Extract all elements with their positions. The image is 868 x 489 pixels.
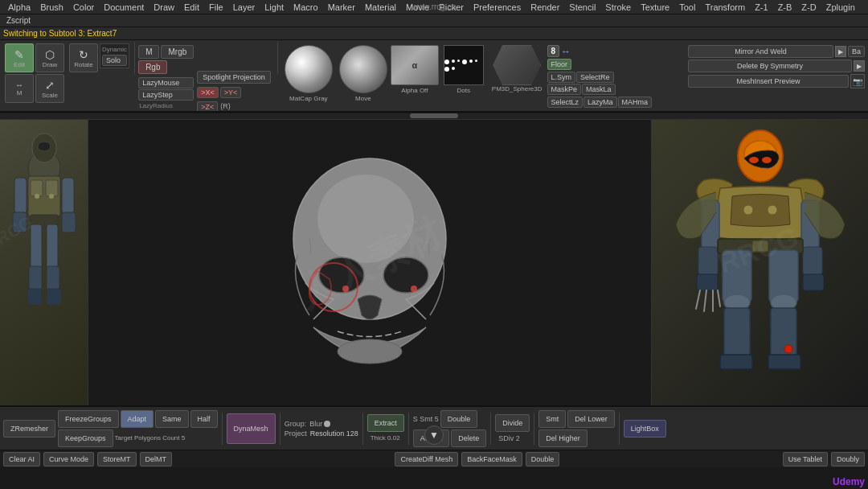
mahma-button[interactable]: MAHma: [618, 97, 653, 108]
z-axis-button[interactable]: >Z<: [197, 101, 218, 113]
svg-point-18: [49, 194, 54, 199]
double-button[interactable]: Double: [440, 410, 478, 428]
menu-z1[interactable]: Z-1: [750, 2, 773, 12]
selectlz-button[interactable]: SelectLz: [547, 97, 583, 108]
double-status-button[interactable]: Double: [526, 452, 560, 466]
m-mode-button[interactable]: M: [138, 45, 159, 59]
zremesher-button[interactable]: ZRemesher: [3, 420, 55, 438]
move-button[interactable]: ↔ M: [5, 74, 34, 103]
menu-draw[interactable]: Draw: [149, 2, 179, 12]
delete-symmetry-button[interactable]: Delete By Symmetry: [688, 60, 852, 72]
floor-button[interactable]: Floor: [547, 59, 572, 70]
smt-button[interactable]: Smt: [538, 410, 566, 428]
keep-groups-button[interactable]: KeepGroups: [58, 429, 113, 447]
del-higher-button[interactable]: Del Higher: [538, 429, 588, 447]
delete-symmetry-expand[interactable]: ▶: [854, 60, 865, 72]
draw-button[interactable]: ⬡ Draw: [35, 43, 64, 72]
center-viewport[interactable]: RRCG: [88, 120, 651, 405]
dot-6: [475, 60, 477, 62]
menu-tool[interactable]: Tool: [674, 2, 700, 12]
toolbar: ✎ Edit ⬡ Draw ↔ M ⤢ Scale ↻ Rotate: [0, 40, 868, 113]
alpha-off-preview[interactable]: α: [391, 45, 439, 85]
adapt-button[interactable]: Adapt: [121, 410, 154, 428]
svg-rect-5: [46, 180, 58, 196]
alpha-sphere[interactable]: [339, 45, 387, 93]
divider-1: [134, 42, 135, 74]
mirror-weld-button[interactable]: Mirror And Weld: [688, 45, 833, 58]
scroll-bar[interactable]: [0, 113, 868, 120]
rotate-button[interactable]: ↻ Rotate: [69, 43, 98, 72]
delete-button[interactable]: Delete: [451, 429, 486, 447]
doubly-button[interactable]: Doubly: [831, 452, 865, 466]
y-axis-button[interactable]: >Y<: [220, 87, 242, 98]
blur-dot-icon: [324, 421, 330, 427]
mrgb-mode-button[interactable]: Mrgb: [161, 45, 194, 59]
menu-layer[interactable]: Layer: [228, 2, 260, 12]
lightbox-button[interactable]: LightBox: [624, 420, 666, 438]
menu-stroke[interactable]: Stroke: [600, 2, 636, 12]
camera-icon[interactable]: 📷: [850, 74, 865, 88]
delmt-button[interactable]: DelMT: [140, 452, 173, 466]
dynamesh-button[interactable]: DynaMesh: [227, 413, 276, 444]
creatediff-button[interactable]: CreateDiff Mesh: [395, 452, 458, 466]
stroke-preview[interactable]: [444, 45, 484, 85]
mirror-weld-expand[interactable]: ▶: [835, 46, 846, 57]
menu-color[interactable]: Color: [68, 2, 99, 12]
selectr-button[interactable]: SelectRe: [576, 72, 614, 83]
menu-stencil[interactable]: Stencil: [564, 2, 600, 12]
use-tablet-button[interactable]: Use Tablet: [783, 452, 828, 466]
storemt-button[interactable]: StoreMT: [97, 452, 137, 466]
freeze-groups-button[interactable]: FreezeGroups: [58, 410, 119, 428]
matcap-sphere[interactable]: [285, 45, 333, 93]
lazystep-button[interactable]: LazyStep: [138, 89, 194, 101]
maskpe-button[interactable]: MaskPe: [547, 84, 582, 95]
menu-zd[interactable]: Z-D: [796, 2, 821, 12]
svg-rect-13: [27, 289, 42, 305]
move-label: Move: [355, 95, 371, 102]
half-button[interactable]: Half: [190, 410, 218, 428]
dynamesh-group: DynaMesh: [227, 413, 276, 444]
extract-button[interactable]: Extract: [367, 414, 404, 432]
same-button[interactable]: Same: [155, 410, 189, 428]
ba-button[interactable]: Ba: [848, 46, 865, 57]
menu-edit[interactable]: Edit: [179, 2, 204, 12]
lazymouse-button[interactable]: LazyMouse: [138, 77, 194, 88]
svg-rect-37: [803, 247, 822, 275]
del-lower-button[interactable]: Del Lower: [567, 410, 615, 428]
menu-file[interactable]: File: [204, 2, 228, 12]
menu-macro[interactable]: Macro: [289, 2, 323, 12]
edit-button[interactable]: ✎ Edit: [5, 43, 34, 72]
svg-point-32: [768, 205, 777, 215]
meshinsert-button[interactable]: MeshInsert Preview: [688, 75, 849, 88]
menu-document[interactable]: Document: [99, 2, 149, 12]
menu-texture[interactable]: Texture: [636, 2, 674, 12]
menu-light[interactable]: Light: [260, 2, 289, 12]
curve-mode-button[interactable]: Curve Mode: [43, 452, 94, 466]
menu-render[interactable]: Render: [526, 2, 564, 12]
backface-mask-button[interactable]: BackFaceMask: [461, 452, 522, 466]
dot-1: [444, 60, 449, 64]
layma-button[interactable]: LazyMa: [583, 97, 617, 108]
pm3d-shape[interactable]: [493, 45, 541, 85]
menu-alpha[interactable]: Alpha: [3, 2, 35, 12]
menu-zplugin[interactable]: Zplugin: [821, 2, 860, 12]
maskla-button[interactable]: MaskLa: [582, 84, 616, 95]
spotlight-button[interactable]: Spotlight Projection: [197, 71, 271, 84]
menu-zb[interactable]: Z-B: [773, 2, 797, 12]
dot-2: [452, 60, 455, 63]
solo-button[interactable]: Solo: [102, 55, 127, 66]
zscript-label[interactable]: Zscript: [3, 16, 34, 25]
menu-marker[interactable]: Marker: [323, 2, 360, 12]
menu-transform[interactable]: Transform: [700, 2, 750, 12]
center-nav-button[interactable]: ▼: [424, 425, 444, 445]
divide-button[interactable]: Divide: [495, 414, 530, 432]
menu-material[interactable]: Material: [360, 2, 401, 12]
lsym-button[interactable]: L.Sym: [547, 72, 576, 83]
x-axis-button[interactable]: >X<: [197, 87, 219, 98]
menu-brush[interactable]: Brush: [35, 2, 68, 12]
clear-ai-button[interactable]: Clear AI: [3, 452, 40, 466]
rgb-mode-button[interactable]: Rgb: [138, 60, 167, 74]
menu-preferences[interactable]: Preferences: [469, 2, 526, 12]
zscript-bar: Zscript: [0, 14, 868, 27]
scale-button[interactable]: ⤢ Scale: [35, 74, 64, 103]
